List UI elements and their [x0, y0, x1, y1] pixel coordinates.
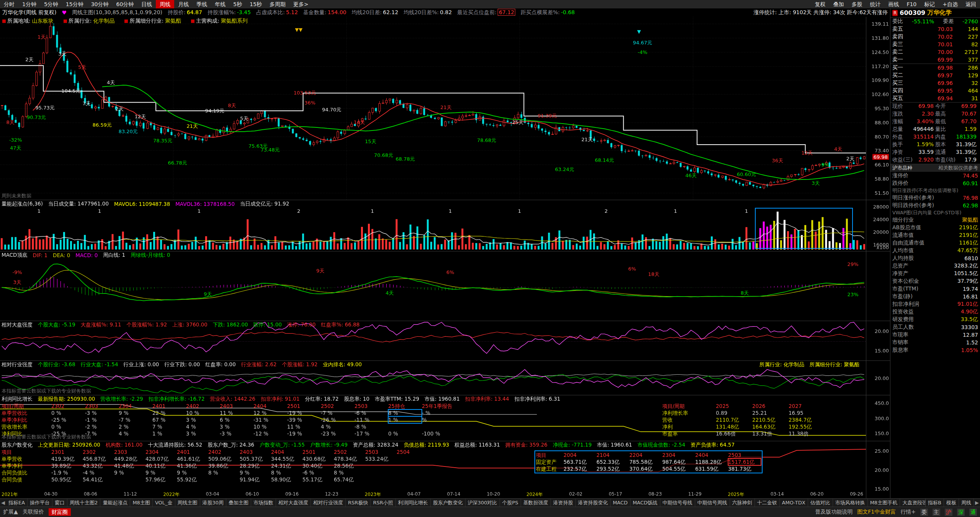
cell: 533.24亿	[365, 455, 397, 462]
macd-canvas[interactable]	[0, 251, 890, 321]
menu-画线[interactable]: 画线	[884, 0, 903, 8]
period-tabs: 分时1分钟5分钟15分钟30分钟60分钟日线周线月线季线年线5秒15秒多周期更多…	[0, 0, 312, 8]
bottom-tab-十二金钗[interactable]: 十二金钗	[755, 499, 780, 507]
bottom-tab-中期信号周线[interactable]: 中期信号周线	[695, 499, 730, 507]
bottom-tab-相对大盘强度[interactable]: 相对大盘强度	[276, 499, 311, 507]
wealth-circle-chip[interactable]: 财富圈	[49, 508, 71, 516]
bottom-tab-窗口[interactable]: 窗口	[52, 499, 67, 507]
status-普及版功能说明[interactable]: 普及版功能说明	[815, 509, 853, 515]
order-book-row[interactable]: 买四69.95464	[890, 87, 980, 95]
order-book-row[interactable]: 卖一69.99377	[890, 56, 980, 64]
period-tab-1分钟[interactable]: 1分钟	[18, 0, 40, 8]
bottom-tab-MACD[interactable]: MACD	[611, 499, 630, 507]
cell: -19 %	[287, 430, 321, 437]
bottom-tab-大盘资段强度[interactable]: 大盘资段强度	[900, 499, 925, 507]
bottom-tab-六脉神剑[interactable]: 六脉神剑	[730, 499, 755, 507]
bottom-tab-MACD饭战[interactable]: MACD饭战	[630, 499, 660, 507]
bottom-tab-市场风格转换[interactable]: 市场风格转换	[833, 499, 868, 507]
status-chip-深[interactable]: 深	[957, 509, 965, 516]
candlestick-canvas[interactable]	[0, 17, 890, 200]
bottom-tab-周线[interactable]: 周线	[959, 499, 974, 507]
period-tab-周线[interactable]: 周线	[156, 0, 174, 8]
bottom-tab-股东户数变化[interactable]: 股东户数变化	[431, 499, 466, 507]
status-扩展▲[interactable]: 扩展▲	[3, 509, 18, 515]
order-book-row[interactable]: 买五69.9431	[890, 95, 980, 102]
bottom-tab-叠加主图[interactable]: 叠加主图	[226, 499, 251, 507]
order-book-row[interactable]: 买二69.97129	[890, 72, 980, 79]
status-chip-沪[interactable]: 沪	[945, 509, 952, 516]
cell: 12 %	[253, 409, 287, 416]
bottom-tab-操作平台[interactable]: 操作平台	[28, 499, 52, 507]
favorite-icon[interactable]: ♥	[62, 10, 67, 16]
menu-标记[interactable]: 标记	[920, 0, 939, 8]
menu-返回[interactable]: 返回	[962, 0, 980, 8]
status-chip-主[interactable]: 主	[933, 509, 940, 516]
axis-label: 15.00	[875, 348, 889, 354]
column-header: 2004	[564, 452, 596, 458]
period-tab-15分钟[interactable]: 15分钟	[62, 0, 87, 8]
header-field: MAVOL6: 1109487.38	[114, 201, 170, 207]
cell: -1.9 %	[51, 469, 83, 476]
bottom-tab-利润同比增长[interactable]: 利润同比增长	[396, 499, 431, 507]
period-tab-日线[interactable]: 日线	[137, 0, 156, 8]
period-tab-季线[interactable]: 季线	[193, 0, 211, 8]
bottom-tab-指标B[interactable]: 指标B	[926, 499, 944, 507]
menu-多股[interactable]: 多股	[848, 0, 866, 8]
bottom-tab-VOL_金[interactable]: VOL_金	[153, 499, 175, 507]
period-tab-年线[interactable]: 年线	[211, 0, 229, 8]
bottom-tab-量能起涨点[interactable]: 量能起涨点	[100, 499, 130, 507]
period-tab-多周期[interactable]: 多周期	[266, 0, 289, 8]
bottom-tab-RSR极快[interactable]: RSR极快	[346, 499, 371, 507]
period-tab-5秒[interactable]: 5秒	[229, 0, 246, 8]
period-tab-分时[interactable]: 分时	[0, 0, 18, 8]
bottom-tab-RSR小照[interactable]: RSR小照	[371, 499, 395, 507]
column-header: 2502	[334, 449, 365, 455]
bottom-tab-周线十主图2[interactable]: 周线十主图2	[67, 499, 100, 507]
bottom-tab-M8主图[interactable]: M8主图	[130, 499, 153, 507]
period-tab-60分钟[interactable]: 60分钟	[113, 0, 138, 8]
period-tab-30分钟[interactable]: 30分钟	[87, 0, 113, 8]
tabs-scroll-left-icon[interactable]: ◀	[0, 500, 6, 506]
period-tab-5分钟[interactable]: 5分钟	[40, 0, 62, 8]
order-book-row[interactable]: 卖五70.03144	[890, 25, 980, 33]
cell	[365, 476, 397, 483]
order-book-row[interactable]: 卖四70.02227	[890, 33, 980, 41]
period-tab-更多>[interactable]: 更多>	[289, 0, 312, 8]
bottom-tab-市场指数[interactable]: 市场指数	[251, 499, 276, 507]
bottom-tab-相对行业强度[interactable]: 相对行业强度	[311, 499, 346, 507]
row-name: 营收	[662, 416, 716, 423]
bottom-tab-港股30周[interactable]: 港股30周	[200, 499, 227, 507]
status-chip-通[interactable]: 通	[969, 509, 977, 516]
status-行情+[interactable]: 行情+	[900, 509, 916, 515]
period-tab-15秒[interactable]: 15秒	[246, 0, 266, 8]
cell: 40.11亿	[145, 462, 177, 469]
bottom-tab-M8主图手机[interactable]: M8主图手机	[868, 499, 900, 507]
menu-F10[interactable]: F10	[903, 0, 920, 8]
menu-+自选[interactable]: +自选	[939, 0, 962, 8]
cell: 164.63亿	[752, 423, 789, 430]
menu-叠加[interactable]: 叠加	[829, 0, 848, 8]
order-book-row[interactable]: 卖二70.002717	[890, 48, 980, 56]
table-row: 合同负债比-1.9 %-4 %9 %9 %9 %8 %9 %8 %-6 %8 %	[2, 469, 428, 476]
bottom-tab-估值对比[interactable]: 估值对比	[808, 499, 833, 507]
bottom-tab-中期信号母线[interactable]: 中期信号母线	[660, 499, 695, 507]
bottom-tab-港资持股[interactable]: 港资持股	[551, 499, 576, 507]
order-book-row[interactable]: 卖三70.0182	[890, 41, 980, 48]
order-book-row[interactable]: 买三69.9632	[890, 79, 980, 87]
order-book-row[interactable]: 买一69.98286	[890, 64, 980, 72]
period-tab-月线[interactable]: 月线	[174, 0, 193, 8]
bottom-tab-周线主图[interactable]: 周线主图	[175, 499, 200, 507]
status-关联报价[interactable]: 关联报价	[23, 509, 44, 515]
menu-统计[interactable]: 统计	[866, 0, 884, 8]
status-图文F1中金财富[interactable]: 图文F1中金财富	[857, 509, 896, 515]
bottom-tab-个股PS[interactable]: 个股PS	[500, 499, 521, 507]
bottom-tab-沪深300对比[interactable]: 沪深300对比	[466, 499, 500, 507]
bottom-tab-指标EA[interactable]: 指标EA	[6, 499, 28, 507]
menu-复权[interactable]: 复权	[811, 0, 829, 8]
status-chip-委[interactable]: 委	[920, 509, 928, 516]
bottom-tab-基数担强度[interactable]: 基数担强度	[521, 499, 551, 507]
bottom-tab-AMO-TDX[interactable]: AMO-TDX	[780, 499, 808, 507]
bottom-tab-模板[interactable]: 模板	[944, 499, 959, 507]
tabs-scroll-right-icon[interactable]: ▶	[974, 500, 980, 506]
bottom-tab-港资持股变化[interactable]: 港资持股变化	[576, 499, 611, 507]
